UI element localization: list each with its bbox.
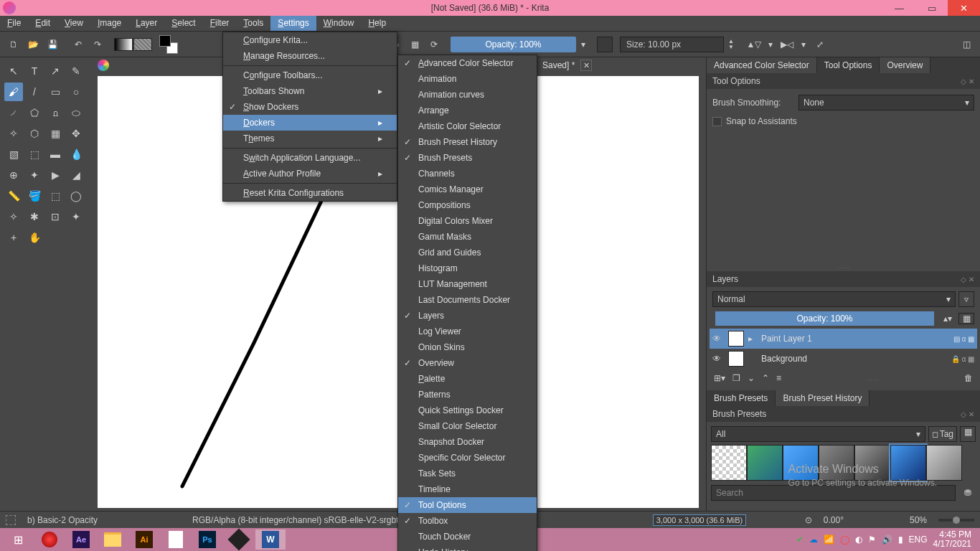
tool-26[interactable]: ⬚ [46, 187, 65, 205]
menu-help[interactable]: Help [361, 16, 393, 31]
menu-item-comics-manager[interactable]: Comics Manager [398, 182, 537, 197]
tool-9[interactable]: ⬠ [25, 103, 44, 122]
brush-smoothing-dropdown[interactable]: None▾ [798, 95, 974, 110]
taskbar-aftereffects-icon[interactable]: Ae [66, 529, 96, 550]
visibility-icon[interactable]: 👁 [712, 334, 724, 344]
tool-28[interactable]: ✧ [4, 207, 23, 226]
tool-1[interactable]: T [25, 62, 44, 80]
menu-item-animation[interactable]: Animation [398, 71, 537, 87]
move-down-icon[interactable]: ⌄ [748, 373, 755, 383]
gradient-swatch[interactable] [114, 35, 133, 54]
menu-item-arrange[interactable]: Arrange [398, 103, 537, 118]
brush-preset[interactable] [747, 445, 783, 481]
menu-item-specific-color-selector[interactable]: Specific Color Selector [398, 450, 537, 466]
menu-edit[interactable]: Edit [28, 16, 57, 31]
start-button[interactable]: ⊞ [3, 529, 33, 550]
tool-17[interactable]: ⬚ [25, 145, 44, 164]
mirror-horizontal-icon[interactable]: ▲▽ [745, 37, 763, 52]
wrap-around-icon[interactable]: ⤢ [811, 37, 829, 52]
menu-item-brush-preset-history[interactable]: ✓Brush Preset History [398, 134, 537, 150]
menu-item-active-author-profile[interactable]: Active Author Profile▸ [223, 166, 397, 182]
opacity-slider[interactable]: Opacity: 100% [451, 37, 576, 52]
menu-item-quick-settings-docker[interactable]: Quick Settings Docker [398, 402, 537, 418]
menu-item-patterns[interactable]: Patterns [398, 387, 537, 402]
undo-icon[interactable]: ↶ [69, 35, 88, 54]
menu-item-last-documents-docker[interactable]: Last Documents Docker [398, 292, 537, 308]
rotation-reset-icon[interactable]: ⊙ [805, 515, 812, 525]
panel-tab-tool-options[interactable]: Tool Options [817, 57, 880, 73]
layer-opacity-slider[interactable]: Opacity: 100% [715, 311, 934, 326]
tool-22[interactable]: ▶ [46, 166, 65, 184]
menu-item-digital-colors-mixer[interactable]: Digital Colors Mixer [398, 213, 537, 229]
menu-item-palette[interactable]: Palette [398, 371, 537, 387]
tool-21[interactable]: ✦ [25, 166, 44, 184]
tag-button[interactable]: ◻ Tag [928, 426, 957, 442]
taskbar-photoshop-icon[interactable]: Ps [192, 529, 222, 550]
open-file-icon[interactable]: 📂 [24, 35, 42, 54]
close-button[interactable]: ✕ [948, 0, 980, 16]
menu-item-undo-history[interactable]: Undo History [398, 545, 537, 551]
tool-13[interactable]: ⬡ [25, 124, 44, 143]
menu-item-toolbox[interactable]: ✓Toolbox [398, 513, 537, 529]
workspace-icon[interactable]: ◫ [957, 35, 976, 54]
menu-item-animation-curves[interactable]: Animation curves [398, 87, 537, 103]
mirror-vertical-icon[interactable]: ▶◁ [778, 37, 796, 52]
fg-bg-color-swatch[interactable] [159, 35, 178, 54]
tool-5[interactable]: / [25, 83, 44, 101]
menu-item-artistic-color-selector[interactable]: Artistic Color Selector [398, 118, 537, 134]
selection-mode-icon[interactable] [6, 515, 16, 525]
menu-item-brush-presets[interactable]: ✓Brush Presets [398, 150, 537, 166]
layer-props-icon[interactable]: ▦ [958, 313, 974, 324]
menu-item-onion-skins[interactable]: Onion Skins [398, 339, 537, 355]
menu-item-touch-docker[interactable]: Touch Docker [398, 529, 537, 545]
menu-filter[interactable]: Filter [203, 16, 237, 31]
brush-preset[interactable] [926, 445, 962, 481]
menu-item-compositions[interactable]: Compositions [398, 197, 537, 213]
size-input[interactable]: Size: 10.00 px [620, 37, 724, 52]
visibility-icon[interactable]: 👁 [712, 354, 724, 364]
tool-7[interactable]: ○ [67, 83, 85, 101]
tool-31[interactable]: ✦ [67, 207, 85, 226]
tool-16[interactable]: ▧ [4, 145, 23, 164]
menu-image[interactable]: Image [90, 16, 128, 31]
menu-item-manage-resources-[interactable]: Manage Resources... [223, 48, 397, 64]
tray-flag-icon[interactable]: ⚑ [868, 534, 876, 545]
menu-window[interactable]: Window [316, 16, 362, 31]
tool-30[interactable]: ⊡ [46, 207, 65, 226]
tool-18[interactable]: ▬ [46, 145, 65, 164]
menu-tools[interactable]: Tools [236, 16, 270, 31]
document-tab[interactable]: Saved] * ✕ [538, 57, 596, 73]
alpha-lock-icon[interactable]: ▦ [405, 35, 424, 54]
tool-4[interactable]: 🖌 [4, 83, 23, 101]
redo-icon[interactable]: ↷ [88, 35, 107, 54]
tool-15[interactable]: ✥ [67, 124, 85, 143]
taskbar-illustrator-icon[interactable]: Ai [129, 529, 159, 550]
menu-item-advanced-color-selector[interactable]: ✓Advanced Color Selector [398, 55, 537, 71]
storage-icon[interactable]: ⛃ [960, 488, 976, 498]
panel-tab-brush-preset-history[interactable]: Brush Preset History [776, 390, 870, 406]
panel-tab-brush-presets[interactable]: Brush Presets [707, 390, 776, 406]
brush-preset[interactable] [783, 445, 819, 481]
new-file-icon[interactable]: 🗋 [4, 35, 23, 54]
save-file-icon[interactable]: 💾 [43, 35, 62, 54]
tray-battery-icon[interactable]: ▮ [898, 534, 903, 545]
taskbar-explorer-icon[interactable] [98, 529, 128, 550]
menu-item-tool-options[interactable]: ✓Tool Options [398, 497, 537, 513]
menu-item-task-sets[interactable]: Task Sets [398, 466, 537, 481]
layer-row-paint[interactable]: 👁 ▸ Paint Layer 1 ▤ α ▦ [710, 329, 977, 349]
menu-item-snapshot-docker[interactable]: Snapshot Docker [398, 434, 537, 450]
maximize-button[interactable]: ▭ [915, 0, 948, 16]
taskbar-word-icon[interactable]: W [255, 529, 286, 550]
tool-6[interactable]: ▭ [46, 83, 65, 101]
delete-layer-icon[interactable]: 🗑 [964, 373, 973, 383]
menu-item-overview[interactable]: ✓Overview [398, 355, 537, 371]
opacity-dropdown[interactable]: ▾ [577, 39, 590, 50]
tray-onedrive-icon[interactable]: ☁ [809, 534, 818, 545]
tray-network-icon[interactable]: 📶 [824, 534, 834, 545]
pattern-swatch[interactable] [133, 35, 152, 54]
filter-icon[interactable]: ▿ [958, 291, 974, 307]
tray-opera-icon[interactable]: ◯ [840, 534, 849, 545]
brush-preset[interactable] [890, 445, 926, 481]
blend-mode-dropdown[interactable]: Normal▾ [712, 291, 956, 307]
menu-file[interactable]: File [0, 16, 28, 31]
